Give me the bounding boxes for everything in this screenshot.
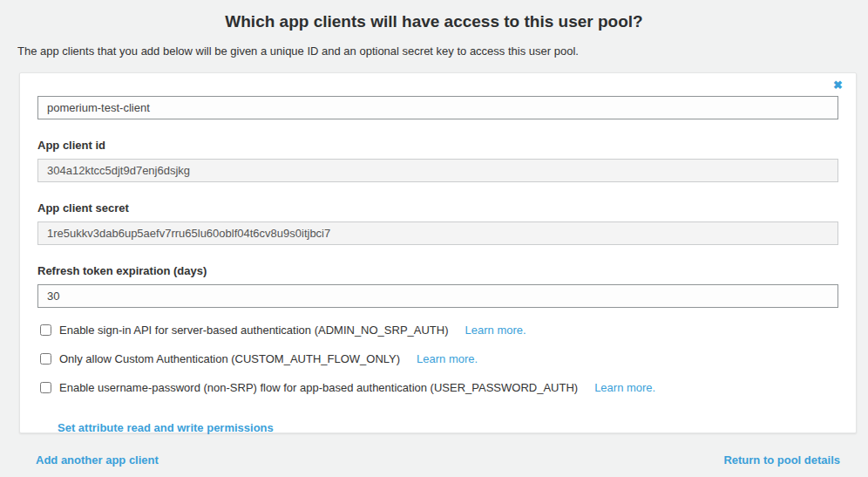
page-subtitle: The app clients that you add below will … <box>17 44 868 58</box>
admin-no-srp-auth-learn-more-link[interactable]: Learn more. <box>465 324 526 337</box>
refresh-token-expiration-input[interactable] <box>37 284 838 308</box>
app-client-id-label: App client id <box>37 139 838 152</box>
close-icon[interactable]: ✖ <box>833 79 843 91</box>
app-client-card: ✖ App client id App client secret Refres… <box>19 72 857 433</box>
app-client-secret-field <box>37 221 838 245</box>
add-another-app-client-link[interactable]: Add another app client <box>36 453 159 467</box>
user-password-auth-label: Enable username-password (non-SRP) flow … <box>59 381 578 394</box>
admin-no-srp-auth-label: Enable sign-in API for server-based auth… <box>59 324 449 337</box>
app-client-id-field <box>37 159 838 182</box>
app-client-name-input[interactable] <box>37 96 838 119</box>
custom-auth-flow-only-row: Only allow Custom Authentication (CUSTOM… <box>37 352 838 365</box>
page-title: Which app clients will have access to th… <box>0 0 868 31</box>
admin-no-srp-auth-row: Enable sign-in API for server-based auth… <box>37 324 838 337</box>
custom-auth-flow-only-learn-more-link[interactable]: Learn more. <box>417 352 478 365</box>
custom-auth-flow-only-label: Only allow Custom Authentication (CUSTOM… <box>59 352 400 365</box>
user-password-auth-checkbox[interactable] <box>40 382 51 393</box>
user-password-auth-learn-more-link[interactable]: Learn more. <box>594 381 655 394</box>
return-to-pool-details-link[interactable]: Return to pool details <box>723 453 840 467</box>
user-password-auth-row: Enable username-password (non-SRP) flow … <box>37 381 838 394</box>
admin-no-srp-auth-checkbox[interactable] <box>40 324 51 336</box>
set-attribute-permissions-link[interactable]: Set attribute read and write permissions <box>58 421 274 434</box>
app-client-secret-label: App client secret <box>37 201 838 215</box>
custom-auth-flow-only-checkbox[interactable] <box>40 353 51 365</box>
footer: Add another app client Return to pool de… <box>36 453 840 467</box>
refresh-token-expiration-label: Refresh token expiration (days) <box>37 264 838 277</box>
